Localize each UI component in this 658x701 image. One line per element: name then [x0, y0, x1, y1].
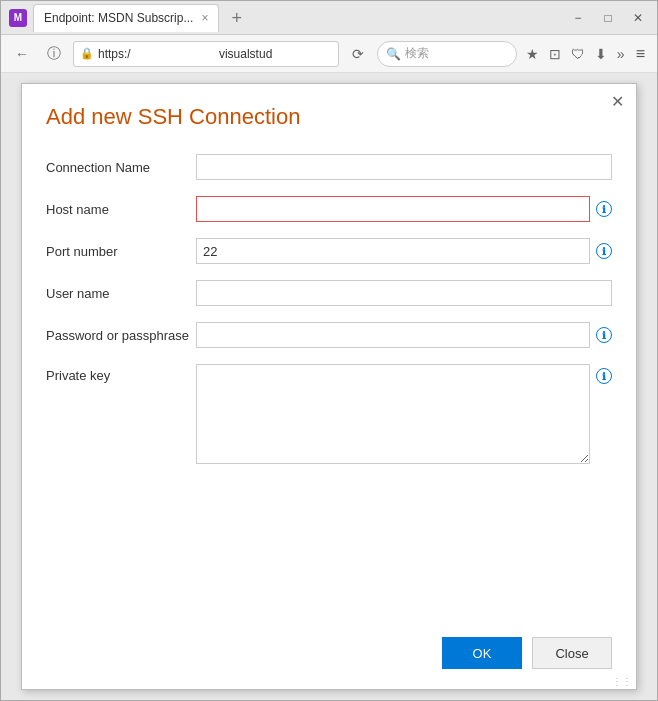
more-icon[interactable]: »: [614, 44, 628, 64]
dialog-close-button[interactable]: ✕: [611, 94, 624, 110]
connection-name-label: Connection Name: [46, 160, 196, 175]
nav-icons: ★ ⊡ 🛡 ⬇ » ≡: [523, 43, 649, 65]
search-bar[interactable]: 🔍 検索: [377, 41, 517, 67]
private-key-info-icon[interactable]: ℹ: [596, 368, 612, 384]
password-input[interactable]: [196, 322, 590, 348]
ssh-dialog: ✕ Add new SSH Connection Connection Name…: [21, 83, 637, 690]
bookmark-icon[interactable]: ★: [523, 44, 542, 64]
private-key-label: Private key: [46, 364, 196, 383]
search-placeholder: 検索: [405, 45, 429, 62]
address-bar[interactable]: 🔒 https:/ visualstud: [73, 41, 339, 67]
resize-handle[interactable]: ⋮⋮: [612, 676, 632, 687]
browser-window: M Endpoint: MSDN Subscrip... × + − □ ✕ ←…: [0, 0, 658, 701]
private-key-input-wrap: ℹ: [196, 364, 612, 464]
dialog-title: Add new SSH Connection: [46, 104, 612, 130]
port-number-row: Port number ℹ: [46, 238, 612, 264]
password-row: Password or passphrase ℹ: [46, 322, 612, 348]
host-name-input[interactable]: [196, 196, 590, 222]
user-name-input-wrap: [196, 280, 612, 306]
shield-icon[interactable]: 🛡: [568, 44, 588, 64]
host-name-info-icon[interactable]: ℹ: [596, 201, 612, 217]
minimize-button[interactable]: −: [567, 7, 589, 29]
window-close-button[interactable]: ✕: [627, 7, 649, 29]
close-dialog-button[interactable]: Close: [532, 637, 612, 669]
host-name-label: Host name: [46, 202, 196, 217]
host-name-row: Host name ℹ: [46, 196, 612, 222]
connection-name-row: Connection Name: [46, 154, 612, 180]
password-label: Password or passphrase: [46, 328, 196, 343]
menu-button[interactable]: ≡: [632, 43, 649, 65]
port-number-info-icon[interactable]: ℹ: [596, 243, 612, 259]
active-tab[interactable]: Endpoint: MSDN Subscrip... ×: [33, 4, 219, 32]
lock-icon: 🔒: [80, 47, 94, 60]
new-tab-button[interactable]: +: [225, 9, 248, 27]
search-icon: 🔍: [386, 47, 401, 61]
nav-bar: ← ⓘ 🔒 https:/ visualstud ⟳ 🔍 検索 ★ ⊡ 🛡 ⬇ …: [1, 35, 657, 73]
user-name-input[interactable]: [196, 280, 612, 306]
connection-name-input-wrap: [196, 154, 612, 180]
title-bar: M Endpoint: MSDN Subscrip... × + − □ ✕: [1, 1, 657, 35]
connection-name-input[interactable]: [196, 154, 612, 180]
browser-icon: M: [9, 9, 27, 27]
user-name-label: User name: [46, 286, 196, 301]
tab-title: Endpoint: MSDN Subscrip...: [44, 11, 193, 25]
ok-button[interactable]: OK: [442, 637, 522, 669]
back-button[interactable]: ←: [9, 41, 35, 67]
password-info-icon[interactable]: ℹ: [596, 327, 612, 343]
info-button[interactable]: ⓘ: [41, 41, 67, 67]
private-key-input[interactable]: [196, 364, 590, 464]
private-key-row: Private key ℹ: [46, 364, 612, 464]
download-icon[interactable]: ⬇: [592, 44, 610, 64]
dialog-footer: OK Close: [46, 621, 612, 669]
user-name-row: User name: [46, 280, 612, 306]
password-input-wrap: ℹ: [196, 322, 612, 348]
content-area: ✕ Add new SSH Connection Connection Name…: [1, 73, 657, 700]
refresh-button[interactable]: ⟳: [345, 41, 371, 67]
port-number-input-wrap: ℹ: [196, 238, 612, 264]
maximize-button[interactable]: □: [597, 7, 619, 29]
address-protocol: https:/: [98, 47, 211, 61]
port-number-input[interactable]: [196, 238, 590, 264]
reading-icon[interactable]: ⊡: [546, 44, 564, 64]
tab-close-button[interactable]: ×: [201, 11, 208, 25]
window-controls: − □ ✕: [567, 7, 649, 29]
host-name-input-wrap: ℹ: [196, 196, 612, 222]
address-domain: visualstud: [219, 47, 332, 61]
port-number-label: Port number: [46, 244, 196, 259]
